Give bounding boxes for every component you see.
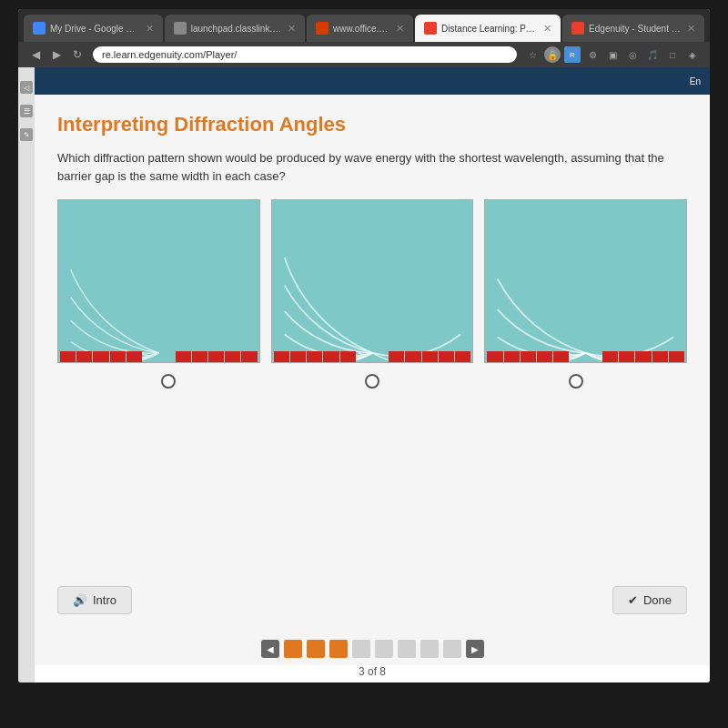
tab-title-distance: Distance Learning: Phys...	[441, 24, 539, 34]
sidebar-icon-2[interactable]: ☰	[20, 105, 33, 117]
lesson-area: Interpreting Diffraction Angles Which di…	[35, 95, 710, 632]
diffraction-image-3[interactable]	[484, 199, 687, 363]
radio-item-1	[66, 374, 270, 389]
classlink-tab-icon	[174, 22, 187, 35]
office-tab-icon	[316, 22, 329, 35]
ext-icon-2[interactable]: ⚙	[584, 46, 601, 63]
tab-close-office[interactable]: ✕	[396, 23, 404, 35]
tab-classlink[interactable]: launchpad.classlink.com ✕	[165, 15, 305, 42]
page-dot-7[interactable]	[420, 640, 439, 658]
done-button-label: Done	[643, 593, 672, 607]
radio-item-2	[270, 374, 474, 389]
sidebar-icon-1[interactable]: ◁	[20, 81, 33, 94]
edgenuity-tab-icon-2	[571, 22, 584, 35]
url-text: re.learn.edgenuity.com/Player/	[102, 49, 237, 60]
tab-title-office: www.office.com	[333, 24, 391, 34]
tab-edgenuity[interactable]: Edgenuity - Student Le... ✕	[562, 15, 704, 42]
svg-rect-2	[493, 200, 678, 362]
page-dot-1[interactable]	[284, 640, 302, 658]
page-dot-8[interactable]	[443, 640, 461, 658]
star-icon[interactable]: ☆	[524, 46, 541, 63]
back-button[interactable]: ◀	[27, 46, 44, 63]
prev-page-button[interactable]: ◀	[261, 640, 279, 658]
radio-button-3[interactable]	[569, 374, 583, 389]
tab-close-drive[interactable]: ✕	[146, 23, 154, 35]
intro-button-label: Intro	[93, 593, 116, 607]
done-button[interactable]: ✔ Done	[612, 586, 687, 614]
tab-google-drive[interactable]: My Drive - Google Drive ✕	[24, 15, 163, 42]
tab-distance-learning[interactable]: Distance Learning: Phys... ✕	[415, 15, 561, 42]
radio-row	[57, 374, 687, 389]
barrier-1	[58, 351, 259, 362]
ext-icon-4[interactable]: ◎	[624, 46, 641, 63]
page-dot-4[interactable]	[352, 640, 370, 658]
sidebar-icon-3[interactable]: ✎	[20, 128, 33, 141]
radio-button-2[interactable]	[365, 374, 379, 389]
lesson-question: Which diffraction pattern shown would be…	[57, 149, 687, 185]
radio-item-3	[474, 374, 678, 389]
radio-button-1[interactable]	[161, 374, 176, 389]
topbar-label: En	[690, 76, 701, 86]
url-bar[interactable]: re.learn.edgenuity.com/Player/	[93, 46, 517, 63]
left-sidebar: ◁ ☰ ✎	[18, 67, 35, 682]
svg-rect-1	[279, 200, 464, 362]
barrier-3	[485, 351, 686, 362]
page-dot-5[interactable]	[375, 640, 393, 658]
checkmark-icon: ✔	[628, 593, 638, 607]
edgenuity-tab-icon-1	[424, 22, 437, 35]
speaker-icon: 🔊	[73, 593, 87, 607]
bottom-controls: 🔊 Intro ✔ Done	[57, 577, 687, 619]
screen: My Drive - Google Drive ✕ launchpad.clas…	[18, 9, 710, 682]
diffraction-image-2[interactable]	[271, 199, 474, 363]
edgenuity-topbar: En	[35, 67, 710, 95]
lesson-title: Interpreting Diffraction Angles	[57, 113, 687, 136]
next-page-button[interactable]: ▶	[466, 640, 484, 658]
ext-icon-5[interactable]: 🎵	[644, 46, 661, 63]
barrier-2	[272, 351, 473, 362]
page-info: 3 of 8	[35, 665, 710, 682]
browser-chrome: My Drive - Google Drive ✕ launchpad.clas…	[18, 9, 710, 67]
address-bar: ◀ ▶ ↻ re.learn.edgenuity.com/Player/ ☆ 🔒…	[18, 42, 710, 67]
page-dot-2[interactable]	[307, 640, 325, 658]
forward-button[interactable]: ▶	[48, 46, 65, 63]
tab-bar: My Drive - Google Drive ✕ launchpad.clas…	[18, 9, 710, 42]
ext-icon-7[interactable]: ◈	[684, 46, 701, 63]
page-dot-3[interactable]	[329, 640, 348, 658]
page-content: ◁ ☰ ✎ En Interpreting Diffraction Angles…	[18, 67, 710, 682]
content-with-sidebar: ◁ ☰ ✎ En Interpreting Diffraction Angles…	[18, 67, 710, 682]
lock-icon: 🔒	[544, 46, 561, 63]
pagination-area: ◀ ▶	[35, 632, 710, 665]
images-row	[57, 199, 687, 363]
spacer	[57, 398, 687, 577]
tab-close-edgenuity[interactable]: ✕	[687, 23, 695, 35]
ext-icon-6[interactable]: □	[664, 46, 681, 63]
diffraction-image-1[interactable]	[57, 199, 260, 363]
nav-icons: ◀ ▶ ↻	[27, 46, 86, 63]
tab-close-distance[interactable]: ✕	[543, 23, 551, 35]
tab-title-edgenuity: Edgenuity - Student Le...	[589, 24, 682, 34]
page-dot-6[interactable]	[398, 640, 416, 658]
edgenuity-content: En Interpreting Diffraction Angles Which…	[35, 67, 710, 682]
tab-office[interactable]: www.office.com ✕	[307, 15, 413, 42]
ext-icon-3[interactable]: ▣	[604, 46, 621, 63]
tab-title-drive: My Drive - Google Drive	[50, 24, 141, 34]
tab-close-classlink[interactable]: ✕	[288, 23, 296, 35]
tab-title-classlink: launchpad.classlink.com	[191, 24, 283, 34]
ext-icon-1[interactable]: R	[564, 46, 581, 63]
intro-button[interactable]: 🔊 Intro	[57, 586, 132, 614]
toolbar-icons: ☆ 🔒 R ⚙ ▣ ◎ 🎵 □ ◈	[524, 46, 701, 63]
refresh-button[interactable]: ↻	[69, 46, 86, 63]
drive-tab-icon	[33, 22, 46, 35]
laptop-frame: My Drive - Google Drive ✕ launchpad.clas…	[0, 0, 728, 728]
